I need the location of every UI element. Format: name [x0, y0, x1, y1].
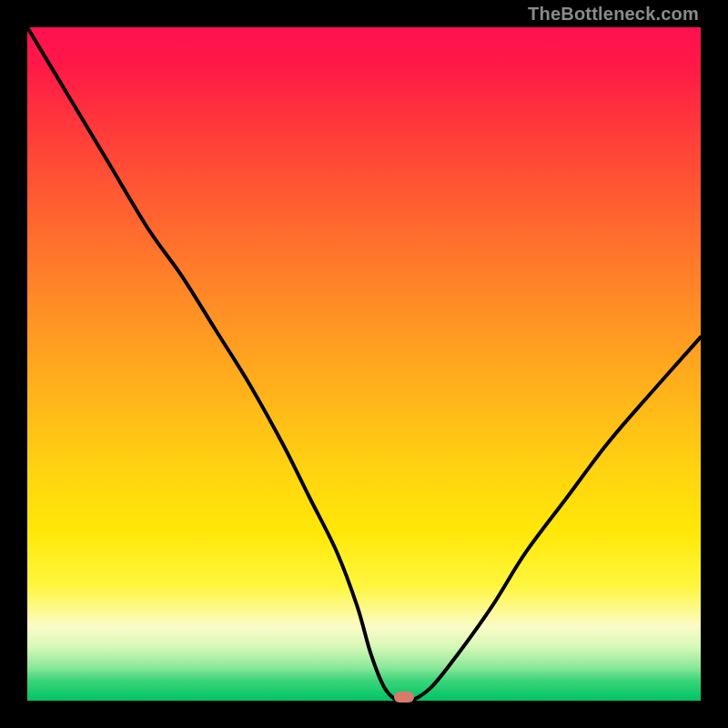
- optimal-marker: [394, 692, 414, 703]
- curve-path: [27, 27, 701, 703]
- bottleneck-curve: [27, 27, 701, 701]
- attribution-text: TheBottleneck.com: [528, 4, 699, 25]
- plot-area: [27, 27, 701, 701]
- chart-frame: TheBottleneck.com: [0, 0, 728, 728]
